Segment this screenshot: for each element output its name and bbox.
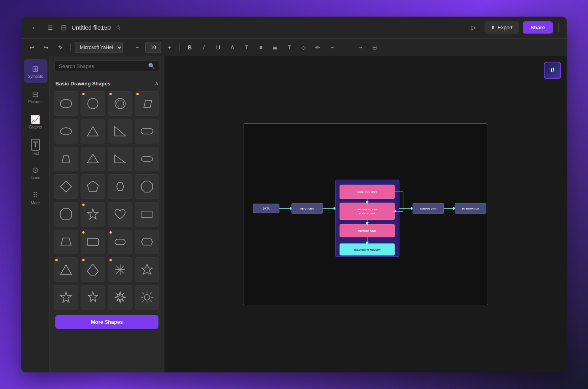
graphs-icon: 📈 (30, 115, 40, 124)
svg-line-42 (142, 300, 144, 302)
shapes-grid-row3 (50, 145, 164, 173)
shape-button[interactable]: ◇ (298, 42, 309, 53)
undo-button[interactable]: ↩ (26, 42, 38, 53)
title-bar: ‹ ☰ ⊟ Untitled file150 ☆ ▷ ⬆ Export Shar… (21, 17, 567, 39)
italic-button[interactable]: I (198, 42, 210, 53)
font-size-increase[interactable]: + (164, 42, 175, 53)
svg-marker-17 (60, 209, 72, 220)
shape-item-triangle[interactable] (81, 119, 105, 144)
star-icon[interactable]: ☆ (115, 24, 121, 31)
sidebar-item-more[interactable]: ⠿ More (24, 186, 47, 210)
font-family-select[interactable]: Microsoft YaHei (75, 42, 123, 53)
shape-item-tri4[interactable] (135, 257, 159, 282)
svg-point-5 (60, 128, 72, 135)
sidebar-item-icons[interactable]: ⊙ Icons (24, 161, 47, 184)
paint-button[interactable]: ✎ (55, 42, 66, 53)
svg-marker-10 (87, 154, 98, 163)
toolbar-sep-1 (70, 43, 71, 51)
save-icon: ⊟ (61, 23, 67, 32)
canvas-area[interactable]: // DATA INPUT UNIT (164, 56, 567, 372)
chevron-up-icon[interactable]: ∧ (155, 80, 158, 87)
shape-item-star8[interactable] (108, 285, 132, 310)
font-size-decrease[interactable]: − (131, 42, 143, 53)
shape-item-tri3[interactable] (108, 257, 132, 282)
align2-button[interactable]: ≣ (269, 42, 281, 53)
svg-rect-12 (141, 157, 153, 161)
more-shapes-button[interactable]: More Shapes (55, 315, 158, 329)
shape-item-sm1[interactable] (54, 230, 78, 254)
back-button[interactable]: ‹ (28, 22, 40, 34)
shape-item-trapezoid[interactable] (54, 147, 78, 171)
main-content: ⊞ Symbols ⊟ Pictures 📈 Graphs T Text ⊙ I… (21, 56, 567, 372)
svg-text:INPUT UNIT: INPUT UNIT (300, 207, 314, 210)
shape-item-octagon[interactable] (135, 174, 159, 199)
sidebar-item-pictures[interactable]: ⊟ Pictures (24, 85, 47, 108)
shapes-grid-row5 (50, 200, 164, 228)
pen-button[interactable]: ✏ (312, 42, 324, 53)
shape-item-triangle3[interactable] (81, 147, 105, 171)
shape-item-parallelogram[interactable] (135, 91, 159, 116)
shape-item-star6pt[interactable] (81, 285, 105, 310)
avatar: // (544, 62, 561, 79)
menu-button[interactable]: ☰ (44, 22, 56, 34)
sidebar-item-symbols-label: Symbols (28, 74, 43, 79)
shape-item-star6[interactable] (81, 202, 105, 227)
svg-marker-20 (61, 238, 71, 246)
redo-button[interactable]: ↪ (40, 42, 52, 53)
shape-item-hexagon[interactable] (108, 174, 132, 199)
shape-item-rounded-rect3[interactable] (135, 147, 159, 171)
shape-item-rect-plain[interactable] (135, 202, 159, 227)
play-button[interactable]: ▷ (466, 21, 481, 35)
font-color-button[interactable]: A (226, 42, 238, 53)
svg-line-41 (150, 293, 152, 294)
search-input[interactable] (59, 63, 145, 69)
svg-marker-24 (60, 265, 72, 274)
diagram-svg: DATA INPUT UNIT CONTROL UNIT ARI (243, 124, 488, 305)
shape-item-sunburst[interactable] (135, 285, 159, 310)
arrow-button[interactable]: → (354, 42, 366, 53)
shape-item-octagon2[interactable] (54, 202, 78, 227)
shapes-grid-row2 (50, 117, 164, 145)
toolbar-sep-3 (179, 43, 180, 51)
text2-button[interactable]: T (283, 42, 295, 53)
shape-item-heart[interactable] (108, 202, 132, 227)
svg-marker-7 (115, 127, 126, 136)
shape-item-rrect[interactable] (54, 91, 78, 116)
export-button[interactable]: ⬆ Export (484, 21, 519, 34)
shape-item-right-angle[interactable] (108, 147, 132, 171)
shape-item-tri2[interactable] (81, 257, 105, 282)
shape-item-sm3[interactable] (108, 230, 132, 254)
svg-marker-6 (87, 127, 98, 136)
shape-item-sm4[interactable] (135, 230, 159, 254)
svg-text:LOGICAL UNIT: LOGICAL UNIT (359, 212, 375, 215)
shape-item-diamond[interactable] (54, 174, 78, 199)
connector-button[interactable]: ⌐ (326, 42, 338, 53)
bold-button[interactable]: B (184, 42, 196, 53)
line-button[interactable]: — (340, 42, 352, 53)
shape-item-sm2[interactable] (81, 230, 105, 254)
border-button[interactable]: ⊟ (369, 42, 381, 53)
shape-item-oval[interactable] (54, 119, 78, 144)
shape-item-rounded-rect2[interactable] (135, 119, 159, 144)
sidebar-item-graphs[interactable]: 📈 Graphs (24, 110, 47, 134)
shape-item-star5[interactable] (54, 285, 78, 310)
sidebar-item-icons-label: Icons (31, 176, 40, 180)
underline-button[interactable]: U (212, 42, 224, 53)
sidebar-item-symbols[interactable]: ⊞ Symbols (24, 59, 47, 83)
align-button[interactable]: ≡ (255, 42, 267, 53)
svg-marker-15 (117, 183, 124, 191)
sidebar-icons: ⊞ Symbols ⊟ Pictures 📈 Graphs T Text ⊙ I… (21, 56, 50, 372)
svg-point-1 (88, 98, 98, 109)
svg-line-39 (142, 293, 144, 294)
shape-item-tri1[interactable] (54, 257, 78, 282)
shape-item-pentagon[interactable] (81, 174, 105, 199)
search-box: 🔍 (55, 60, 159, 72)
sidebar-item-text[interactable]: T Text (24, 135, 47, 159)
svg-marker-30 (141, 264, 153, 274)
shape-item-circle-outline[interactable] (81, 91, 105, 116)
text-button[interactable]: T (241, 42, 253, 53)
svg-text:OUTPUT UNIT: OUTPUT UNIT (420, 207, 437, 210)
share-button[interactable]: Share (523, 21, 553, 34)
shape-item-circle2[interactable] (108, 91, 132, 116)
shape-item-right-triangle[interactable] (108, 119, 132, 144)
